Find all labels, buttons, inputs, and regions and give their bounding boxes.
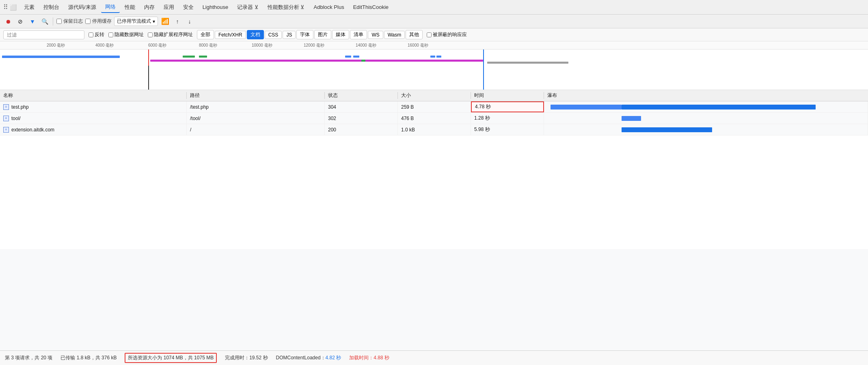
filter-css[interactable]: CSS: [265, 31, 282, 39]
top-nav: ⠿ ⬜ 元素 控制台 源代码/来源 网络 性能 内存 应用 安全 Lightho…: [0, 0, 868, 15]
svg-rect-10: [436, 56, 441, 58]
status-resources: 所选资源大小为 1074 MB，共 1075 MB: [125, 353, 217, 363]
header-path[interactable]: 路径: [187, 92, 325, 99]
cell-name-0: ≡ test.php: [0, 101, 187, 112]
record-button[interactable]: ⏺: [3, 17, 13, 26]
path-text-1: /tool/: [190, 116, 201, 121]
table-row[interactable]: ≡ tool/ /tool/ 302 476 B 1.28 秒: [0, 113, 868, 124]
throttle-arrow: ▾: [153, 19, 155, 24]
nav-item-adblock[interactable]: Adblock Plus: [310, 2, 348, 12]
hide-extension-group[interactable]: 隐藏扩展程序网址: [148, 31, 193, 38]
dom-value: 4.82 秒: [326, 355, 341, 361]
nav-item-console[interactable]: 控制台: [39, 2, 63, 13]
table-row[interactable]: ≡ extension.aitdk.com / 200 1.0 kB 5.98 …: [0, 124, 868, 135]
cell-path-1: /tool/: [187, 113, 325, 124]
filter-ws[interactable]: WS: [368, 31, 383, 39]
download-icon[interactable]: ↓: [185, 17, 194, 26]
status-text-2: 200: [328, 127, 336, 133]
svg-rect-3: [150, 60, 483, 62]
svg-rect-11: [483, 49, 484, 90]
nav-item-application[interactable]: 应用: [160, 2, 178, 13]
cell-waterfall-0: [544, 101, 868, 112]
time-text-2: 5.98 秒: [474, 126, 490, 133]
header-name[interactable]: 名称: [0, 92, 187, 99]
timeline-chart: [0, 49, 868, 90]
header-waterfall[interactable]: 瀑布: [544, 92, 868, 99]
waterfall-bar-2: [544, 126, 868, 134]
toolbar: ⏺ ⊘ ▼ 🔍 保留日志 停用缓存 已停用节流模式 ▾ 📶 ↑ ↓: [0, 15, 868, 28]
timeline-area: 2000 毫秒 4000 毫秒 6000 毫秒 8000 毫秒 10000 毫秒…: [0, 41, 868, 90]
size-text-1: 476 B: [401, 116, 414, 121]
invert-checkbox[interactable]: [89, 32, 93, 37]
nav-item-editthiscookie[interactable]: EditThisCookie: [349, 2, 393, 12]
filter-img[interactable]: 图片: [314, 30, 331, 39]
tick-8000: 8000 毫秒: [199, 43, 217, 48]
blocked-checkbox[interactable]: [427, 32, 432, 37]
disable-cache-checkbox[interactable]: [85, 19, 91, 24]
filter-bar: 反转 隐藏数据网址 隐藏扩展程序网址 全部 Fetch/XHR 文档 CSS J…: [0, 28, 868, 41]
hide-data-urls-group[interactable]: 隐藏数据网址: [108, 31, 144, 38]
clear-button[interactable]: ⊘: [15, 17, 25, 26]
hide-extension-checkbox[interactable]: [148, 32, 153, 37]
filter-wasm[interactable]: Wasm: [384, 31, 405, 39]
nav-item-recorder[interactable]: 记录器 ⊻: [233, 2, 263, 13]
size-text-0: 259 B: [401, 104, 414, 110]
cell-time-2: 5.98 秒: [471, 124, 544, 135]
nav-item-security[interactable]: 安全: [179, 2, 198, 13]
wifi-icon[interactable]: 📶: [160, 17, 170, 26]
nav-item-performance[interactable]: 性能: [121, 2, 139, 13]
svg-rect-0: [2, 56, 120, 58]
file-icon-0: ≡: [3, 104, 9, 110]
filter-types: 全部 Fetch/XHR 文档 CSS JS 字体 图片 媒体 清单 WS Wa…: [197, 30, 423, 39]
blocked-responses-group[interactable]: 被屏蔽的响应应: [427, 31, 467, 38]
cell-time-0: 4.78 秒: [471, 101, 544, 112]
invert-checkbox-group[interactable]: 反转: [89, 31, 104, 38]
filter-media[interactable]: 媒体: [332, 30, 349, 39]
filter-other[interactable]: 其他: [406, 30, 423, 39]
status-text-1: 302: [328, 116, 336, 121]
nav-item-memory[interactable]: 内存: [140, 2, 159, 13]
dom-label: DOMContentLoaded：: [276, 355, 326, 361]
table-row[interactable]: ≡ test.php /test.php 304 259 B 4.78 秒: [0, 101, 868, 113]
inspect-icon[interactable]: ⬜: [10, 4, 17, 11]
hide-extension-label: 隐藏扩展程序网址: [154, 31, 193, 38]
svg-rect-2: [148, 49, 149, 66]
timeline-svg: [0, 49, 868, 90]
filter-fetch-xhr[interactable]: Fetch/XHR: [215, 31, 246, 39]
header-size[interactable]: 大小: [398, 92, 471, 99]
nav-icons: ⠿ ⬜: [3, 3, 17, 11]
nav-item-elements[interactable]: 元素: [20, 2, 39, 13]
nav-item-network[interactable]: 网络: [101, 2, 120, 13]
hide-data-urls-checkbox[interactable]: [108, 32, 113, 37]
upload-icon[interactable]: ↑: [173, 17, 182, 26]
cell-status-2: 200: [325, 124, 398, 135]
tick-4000: 4000 毫秒: [95, 43, 114, 48]
cell-waterfall-2: [544, 124, 868, 135]
filter-doc[interactable]: 文档: [247, 30, 264, 39]
filter-js[interactable]: JS: [283, 31, 296, 39]
filter-input[interactable]: [3, 30, 84, 39]
throttle-select[interactable]: 已停用节流模式 ▾: [114, 17, 158, 26]
filter-font[interactable]: 字体: [296, 30, 313, 39]
search-button[interactable]: 🔍: [40, 17, 50, 26]
filter-all[interactable]: 全部: [197, 30, 214, 39]
preserve-log-group[interactable]: 保留日志: [56, 18, 83, 25]
wf-bar-blue: [551, 105, 622, 110]
preserve-log-label: 保留日志: [63, 18, 83, 25]
nav-item-perf-insights[interactable]: 性能数据分析 ⊻: [263, 2, 309, 13]
tick-16000: 16000 毫秒: [408, 43, 428, 48]
status-dom: DOMContentLoaded：4.82 秒: [276, 354, 341, 361]
nav-item-sources[interactable]: 源代码/来源: [64, 2, 100, 13]
cell-status-0: 304: [325, 101, 398, 112]
filter-icon[interactable]: ▼: [28, 17, 37, 26]
header-time[interactable]: 时间: [471, 92, 544, 99]
header-status[interactable]: 状态: [325, 92, 398, 99]
disable-cache-group[interactable]: 停用缓存: [85, 18, 112, 25]
nav-item-lighthouse[interactable]: Lighthouse: [199, 2, 233, 12]
status-load: 加载时间：4.88 秒: [349, 354, 389, 361]
filter-manifest[interactable]: 清单: [350, 30, 367, 39]
cell-size-1: 476 B: [398, 113, 471, 124]
devtools-icon[interactable]: ⠿: [3, 3, 8, 11]
preserve-log-checkbox[interactable]: [56, 19, 62, 24]
file-icon-1: ≡: [3, 116, 9, 121]
